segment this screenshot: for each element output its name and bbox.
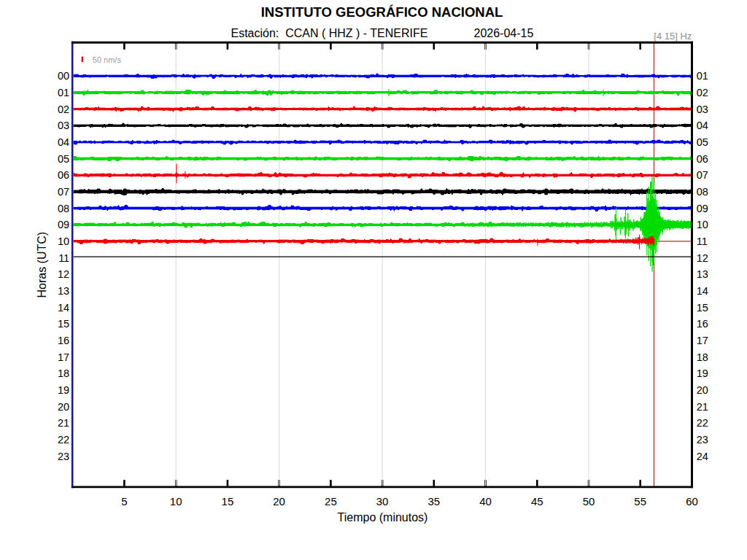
- svg-text:03: 03: [697, 104, 708, 115]
- svg-text:Estación: CCAN ( HHZ ) - TENE: Estación: CCAN ( HHZ ) - TENERIFE: [231, 27, 428, 39]
- svg-text:2026-04-15: 2026-04-15: [474, 27, 534, 39]
- svg-text:16: 16: [697, 318, 708, 330]
- svg-text:50: 50: [583, 495, 595, 508]
- svg-text:04: 04: [58, 136, 69, 148]
- svg-text:14: 14: [697, 285, 708, 297]
- svg-text:09: 09: [697, 203, 708, 214]
- svg-text:55: 55: [634, 495, 646, 508]
- svg-text:50 nm/s: 50 nm/s: [93, 55, 122, 64]
- svg-text:19: 19: [697, 368, 708, 379]
- svg-text:11: 11: [697, 236, 708, 247]
- svg-text:30: 30: [376, 495, 389, 508]
- svg-text:23: 23: [697, 434, 708, 446]
- svg-text:15: 15: [697, 302, 708, 314]
- svg-text:06: 06: [58, 169, 69, 181]
- svg-text:02: 02: [58, 104, 69, 115]
- svg-text:10: 10: [697, 219, 708, 230]
- svg-text:11: 11: [58, 252, 69, 264]
- svg-text:14: 14: [58, 302, 69, 314]
- svg-text:22: 22: [697, 417, 708, 429]
- svg-text:04: 04: [697, 120, 708, 131]
- svg-text:20: 20: [697, 384, 708, 396]
- svg-text:17: 17: [58, 351, 69, 363]
- svg-text:05: 05: [697, 136, 708, 148]
- svg-text:18: 18: [58, 368, 69, 379]
- svg-text:08: 08: [697, 186, 708, 198]
- svg-text:23: 23: [58, 451, 69, 462]
- svg-text:22: 22: [58, 434, 69, 446]
- svg-text:24: 24: [697, 451, 708, 462]
- svg-text:5: 5: [121, 495, 127, 508]
- svg-text:20: 20: [58, 401, 69, 413]
- svg-text:01: 01: [697, 70, 708, 82]
- svg-text:02: 02: [697, 87, 708, 98]
- svg-text:25: 25: [325, 495, 337, 508]
- svg-text:21: 21: [697, 401, 708, 413]
- svg-text:Tiempo (minutos): Tiempo (minutos): [338, 511, 428, 524]
- svg-text:18: 18: [697, 351, 708, 363]
- svg-text:16: 16: [58, 335, 69, 346]
- svg-text:06: 06: [697, 153, 708, 165]
- svg-text:12: 12: [58, 268, 69, 280]
- svg-text:07: 07: [58, 186, 69, 198]
- svg-text:13: 13: [58, 285, 69, 297]
- svg-text:05: 05: [58, 153, 69, 165]
- svg-text:17: 17: [697, 335, 708, 346]
- svg-text:35: 35: [427, 495, 440, 508]
- svg-text:15: 15: [58, 318, 69, 330]
- svg-text:40: 40: [479, 495, 492, 508]
- svg-text:20: 20: [273, 495, 285, 508]
- svg-text:Horas (UTC): Horas (UTC): [36, 232, 48, 298]
- svg-text:60: 60: [686, 495, 698, 508]
- svg-text:10: 10: [58, 236, 69, 247]
- svg-text:10: 10: [170, 495, 182, 508]
- svg-text:03: 03: [58, 120, 69, 131]
- svg-text:21: 21: [58, 417, 69, 429]
- svg-text:09: 09: [58, 219, 69, 230]
- svg-text:12: 12: [697, 252, 708, 264]
- svg-text:07: 07: [697, 169, 708, 181]
- svg-text:08: 08: [58, 203, 69, 214]
- svg-text:00: 00: [58, 70, 69, 82]
- svg-text:19: 19: [58, 384, 69, 396]
- svg-text:[4 15] Hz: [4 15] Hz: [654, 31, 692, 42]
- svg-text:13: 13: [697, 268, 708, 280]
- svg-text:15: 15: [222, 495, 234, 508]
- svg-text:INSTITUTO GEOGRÁFICO NACIONAL: INSTITUTO GEOGRÁFICO NACIONAL: [261, 4, 503, 20]
- svg-text:45: 45: [531, 495, 543, 508]
- svg-text:01: 01: [58, 87, 69, 98]
